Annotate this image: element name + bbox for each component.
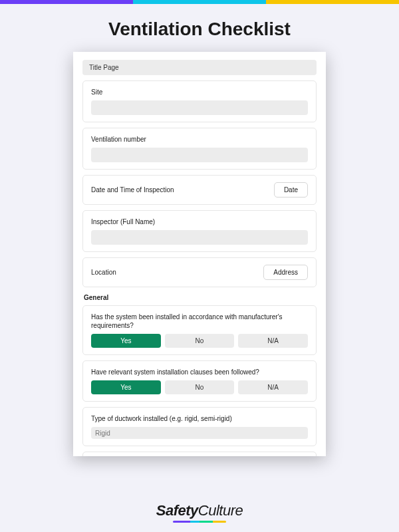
- page-title: Ventilation Checklist: [0, 19, 399, 40]
- radio-no[interactable]: No: [165, 334, 235, 348]
- radio-na[interactable]: N/A: [238, 334, 308, 348]
- inspector-input[interactable]: [91, 230, 308, 245]
- field-label: Ventilation number: [91, 135, 308, 144]
- field-label: Date and Time of Inspection: [91, 186, 174, 194]
- radio-group: Yes No N/A: [91, 380, 308, 394]
- section-header-general: General: [84, 294, 317, 301]
- date-button[interactable]: Date: [274, 182, 308, 198]
- checklist-sheet: Title Page Site Ventilation number Date …: [73, 52, 326, 456]
- question-2: Have relevant system installation clause…: [82, 360, 317, 402]
- field-ventilation-number: Ventilation number: [82, 128, 317, 170]
- section-header-title-page: Title Page: [82, 60, 317, 75]
- ventilation-number-input[interactable]: [91, 148, 308, 162]
- logo-strong: Safety: [156, 502, 198, 519]
- footer-logo: SafetyCulture: [0, 502, 399, 523]
- question-label: Have relevant system installation clause…: [91, 368, 308, 376]
- address-button[interactable]: Address: [263, 265, 308, 280]
- logo-light: Culture: [198, 502, 243, 519]
- stripe-purple: [0, 0, 133, 4]
- top-accent-stripe: [0, 0, 399, 4]
- question-1: Has the system been installed in accorda…: [82, 305, 317, 355]
- field-site: Site: [82, 80, 317, 122]
- question-label: Type of ductwork installed (e.g. rigid, …: [91, 414, 308, 423]
- field-location: Location Address: [82, 257, 317, 287]
- radio-no[interactable]: No: [165, 380, 235, 394]
- question-3: Type of ductwork installed (e.g. rigid, …: [82, 407, 317, 446]
- field-date-time: Date and Time of Inspection Date: [82, 175, 317, 205]
- stripe-cyan: [133, 0, 266, 4]
- field-label: Site: [91, 88, 308, 96]
- radio-yes[interactable]: Yes: [91, 334, 161, 348]
- field-label: Inspector (Full Name): [91, 217, 308, 226]
- radio-group: Yes No N/A: [91, 334, 308, 348]
- stripe-yellow: [266, 0, 399, 4]
- site-input[interactable]: [91, 100, 308, 115]
- ductwork-value: Rigid: [95, 430, 110, 437]
- question-4: Description of installed controls (e.g. …: [82, 452, 317, 456]
- field-inspector: Inspector (Full Name): [82, 210, 317, 252]
- logo-underline: [173, 521, 226, 523]
- logo-text: SafetyCulture: [0, 502, 399, 519]
- radio-yes[interactable]: Yes: [91, 380, 161, 394]
- question-label: Has the system been installed in accorda…: [91, 313, 308, 330]
- radio-na[interactable]: N/A: [238, 380, 308, 394]
- field-label: Location: [91, 268, 116, 277]
- ductwork-input[interactable]: Rigid: [91, 427, 308, 439]
